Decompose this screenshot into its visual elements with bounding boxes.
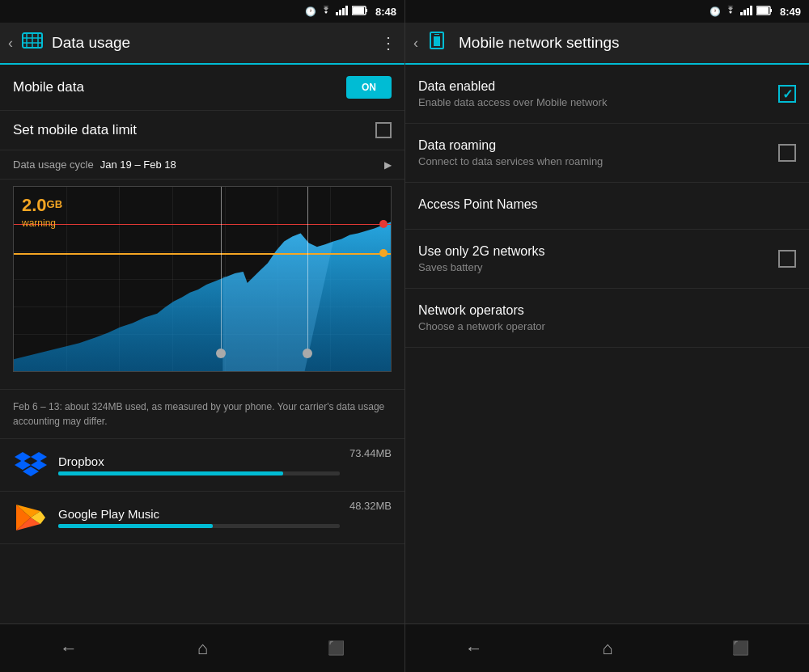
gplay-icon <box>13 500 49 535</box>
2g-checkbox[interactable] <box>778 250 796 268</box>
chart-info-text: Feb 6 – 13: about 324MB used, as measure… <box>0 390 404 439</box>
chart-warning-label: warning <box>22 218 56 229</box>
dropbox-icon <box>13 447 49 483</box>
app-item-gplay[interactable]: Google Play Music 48.32MB <box>0 492 404 544</box>
left-top-bar: ‹ Data usage ⋮ <box>0 23 404 65</box>
svg-rect-5 <box>366 9 367 12</box>
left-bottom-nav: ← ⌂ ⬛ <box>0 623 404 672</box>
2g-text: Use only 2G networks Saves battery <box>418 244 778 273</box>
gplay-usage: 48.32MB <box>349 500 392 512</box>
gplay-info: Google Play Music <box>58 507 340 528</box>
mobile-data-label: Mobile data <box>13 79 346 95</box>
set-limit-label: Set mobile data limit <box>13 122 375 138</box>
red-limit-line <box>14 224 391 225</box>
selection-line-1 <box>221 187 222 355</box>
left-title: Data usage <box>52 34 372 52</box>
right-signal-icon <box>740 6 753 17</box>
svg-rect-25 <box>770 9 772 12</box>
chart-svg <box>14 187 391 371</box>
right-time: 8:49 <box>780 6 801 18</box>
settings-access-point[interactable]: Access Point Names <box>405 183 809 230</box>
left-time: 8:48 <box>375 6 396 18</box>
right-title: Mobile network settings <box>459 34 801 52</box>
data-enabled-subtitle: Enable data access over Mobile network <box>418 96 778 108</box>
settings-network-operators[interactable]: Network operators Choose a network opera… <box>405 289 809 348</box>
settings-data-roaming[interactable]: Data roaming Connect to data services wh… <box>405 124 809 183</box>
right-status-bar: 🕐 8:49 <box>405 0 809 23</box>
data-enabled-checkmark: ✓ <box>782 87 793 102</box>
phone-icon <box>426 30 447 57</box>
gplay-name: Google Play Music <box>58 507 340 521</box>
cycle-arrow-icon[interactable]: ▶ <box>384 159 392 171</box>
mobile-data-row[interactable]: Mobile data ON <box>0 65 404 111</box>
selection-line-2 <box>307 187 308 355</box>
dropbox-name: Dropbox <box>58 454 340 468</box>
cycle-value: Jan 19 – Feb 18 <box>100 158 378 171</box>
2g-title: Use only 2G networks <box>418 244 778 259</box>
svg-rect-21 <box>743 10 746 15</box>
network-operators-subtitle: Choose a network operator <box>418 320 796 332</box>
data-roaming-title: Data roaming <box>418 138 778 153</box>
dropbox-bar-container <box>58 471 340 475</box>
settings-2g[interactable]: Use only 2G networks Saves battery <box>405 230 809 289</box>
status-icons-left: 🕐 <box>305 6 368 17</box>
left-recent-btn[interactable]: ⬛ <box>311 633 361 663</box>
dropbox-bar <box>58 471 283 475</box>
right-clock-icon: 🕐 <box>709 6 721 17</box>
mobile-data-toggle[interactable]: ON <box>346 76 392 99</box>
data-roaming-text: Data roaming Connect to data services wh… <box>418 138 778 167</box>
access-point-title: Access Point Names <box>418 197 796 212</box>
svg-rect-26 <box>757 7 769 14</box>
chart-container: 2.0GB warning <box>0 180 404 390</box>
left-panel: 🕐 8:48 ‹ Data usage ⋮ Mobile data ON <box>0 0 404 672</box>
left-back-icon[interactable]: ‹ <box>8 35 13 52</box>
status-icons-right: 🕐 <box>709 6 773 17</box>
signal-icon-left <box>336 6 349 17</box>
red-limit-dot[interactable] <box>379 220 388 228</box>
settings-data-enabled[interactable]: Data enabled Enable data access over Mob… <box>405 65 809 124</box>
right-back-icon[interactable]: ‹ <box>413 35 418 52</box>
svg-rect-2 <box>342 8 345 15</box>
set-limit-checkbox[interactable] <box>375 122 392 138</box>
svg-rect-23 <box>750 6 752 15</box>
data-enabled-checkbox[interactable]: ✓ <box>778 85 796 103</box>
svg-rect-20 <box>740 12 743 15</box>
right-wifi-icon <box>724 6 737 17</box>
right-bottom-nav: ← ⌂ ⬛ <box>405 623 809 672</box>
data-enabled-title: Data enabled <box>418 79 778 94</box>
svg-rect-0 <box>336 12 338 15</box>
right-home-btn[interactable]: ⌂ <box>586 632 629 666</box>
right-battery-icon <box>756 6 773 17</box>
data-roaming-checkbox[interactable] <box>778 144 796 162</box>
left-status-bar: 🕐 8:48 <box>0 0 404 23</box>
svg-rect-3 <box>345 6 348 15</box>
svg-marker-13 <box>14 222 391 371</box>
data-roaming-subtitle: Connect to data services when roaming <box>418 155 778 167</box>
set-limit-row[interactable]: Set mobile data limit <box>0 111 404 150</box>
right-back-btn[interactable]: ← <box>449 632 499 666</box>
app-item-dropbox[interactable]: Dropbox 73.44MB <box>0 439 404 492</box>
svg-rect-1 <box>339 10 341 15</box>
network-operators-title: Network operators <box>418 303 796 318</box>
access-point-text: Access Point Names <box>418 197 796 214</box>
battery-icon-left <box>352 6 368 17</box>
left-home-btn[interactable]: ⌂ <box>181 632 224 666</box>
svg-rect-6 <box>353 7 364 14</box>
svg-rect-22 <box>747 8 749 15</box>
right-settings-content: Data enabled Enable data access over Mob… <box>405 65 809 623</box>
clock-icon: 🕐 <box>305 6 316 17</box>
dropbox-info: Dropbox <box>58 454 340 475</box>
right-top-bar: ‹ Mobile network settings <box>405 23 809 65</box>
data-enabled-text: Data enabled Enable data access over Mob… <box>418 79 778 108</box>
left-content: Mobile data ON Set mobile data limit Dat… <box>0 65 404 623</box>
dropbox-usage: 73.44MB <box>349 447 392 459</box>
gplay-bar <box>58 524 213 528</box>
menu-icon[interactable]: ⋮ <box>380 33 396 53</box>
left-back-btn[interactable]: ← <box>44 632 94 666</box>
chart-area[interactable]: 2.0GB warning <box>13 186 392 372</box>
chart-warning-value: 2.0GB <box>22 195 62 216</box>
cycle-label: Data usage cycle <box>13 158 94 171</box>
orange-warning-line <box>14 253 391 255</box>
right-recent-btn[interactable]: ⬛ <box>716 633 765 663</box>
cycle-row[interactable]: Data usage cycle Jan 19 – Feb 18 ▶ <box>0 150 404 180</box>
